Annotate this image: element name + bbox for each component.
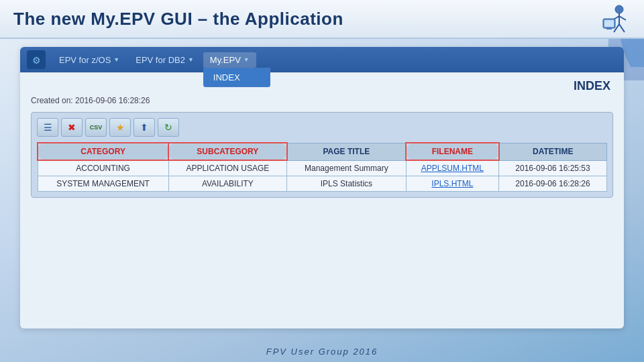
cell-category-2: SYSTEM MANAGEMENT bbox=[38, 176, 168, 192]
upload-toolbar-button[interactable]: ⬆ bbox=[133, 118, 155, 137]
index-label: INDEX bbox=[31, 79, 613, 93]
svg-line-5 bbox=[619, 24, 625, 32]
col-header-page-title: PAGE TITLE bbox=[287, 143, 407, 160]
svg-text:⚙: ⚙ bbox=[32, 55, 41, 66]
menu-toolbar-button[interactable]: ☰ bbox=[37, 118, 58, 137]
menu-icon: ☰ bbox=[44, 122, 52, 133]
svg-line-3 bbox=[619, 16, 626, 20]
close-icon: ✖ bbox=[68, 122, 76, 133]
upload-icon: ⬆ bbox=[140, 122, 148, 133]
cell-filename-2[interactable]: IPLS.HTML bbox=[406, 176, 498, 192]
svg-point-0 bbox=[615, 5, 623, 13]
nav-dropdown-menu: INDEX bbox=[203, 68, 270, 87]
close-toolbar-button[interactable]: ✖ bbox=[61, 118, 83, 137]
refresh-icon: ↻ bbox=[164, 122, 172, 133]
csv-icon: CSV bbox=[90, 124, 103, 131]
cell-filename-1[interactable]: APPLSUM.HTML bbox=[406, 160, 498, 176]
footer-text: FPV User Group 2016 bbox=[266, 347, 378, 357]
cell-datetime-1: 2016-09-06 16:25:53 bbox=[499, 160, 607, 176]
content-area: ⚙ EPV for z/OS ▼ EPV for DB2 ▼ My.EPV ▼ … bbox=[20, 47, 624, 328]
nav-logo-icon: ⚙ bbox=[27, 50, 46, 69]
col-header-filename: FILENAME bbox=[406, 143, 498, 160]
col-header-datetime: DATETIME bbox=[499, 143, 607, 160]
star-icon: ★ bbox=[116, 122, 125, 133]
cell-page-title-1: Management Summary bbox=[287, 160, 407, 176]
col-header-category: CATEGORY bbox=[38, 143, 168, 160]
nav-item-epv-zos[interactable]: EPV for z/OS ▼ bbox=[52, 52, 126, 68]
nav-item-epv-db2[interactable]: EPV for DB2 ▼ bbox=[129, 52, 201, 68]
header-bar: The new My.EPV GUI – the Application bbox=[0, 0, 644, 39]
svg-rect-8 bbox=[606, 28, 612, 29]
chevron-down-icon: ▼ bbox=[188, 56, 194, 63]
cell-datetime-2: 2016-09-06 16:28:26 bbox=[499, 176, 607, 192]
created-on-label: Created on: 2016-09-06 16:28:26 bbox=[31, 96, 613, 105]
cell-subcategory-2: AVAILABILITY bbox=[168, 176, 286, 192]
star-toolbar-button[interactable]: ★ bbox=[109, 118, 131, 137]
data-table: CATEGORY SUBCATEGORY PAGE TITLE FILENAME… bbox=[37, 142, 607, 192]
nav-item-myepv[interactable]: My.EPV ▼ bbox=[203, 52, 256, 68]
col-header-subcategory: SUBCATEGORY bbox=[168, 143, 286, 160]
svg-rect-7 bbox=[604, 20, 614, 27]
footer: FPV User Group 2016 bbox=[0, 347, 644, 357]
cell-page-title-2: IPLS Statistics bbox=[287, 176, 407, 192]
nav-dropdown-item-index[interactable]: INDEX bbox=[204, 68, 270, 86]
table-container: ☰ ✖ CSV ★ ⬆ ↻ bbox=[31, 112, 613, 198]
table-row: ACCOUNTING APPLICATION USAGE Management … bbox=[38, 160, 607, 176]
deco-figure-icon bbox=[594, 3, 631, 40]
toolbar: ☰ ✖ CSV ★ ⬆ ↻ bbox=[37, 118, 607, 137]
cell-subcategory-1: APPLICATION USAGE bbox=[168, 160, 286, 176]
table-row: SYSTEM MANAGEMENT AVAILABILITY IPLS Stat… bbox=[38, 176, 607, 192]
nav-dropdown-myepv: My.EPV ▼ INDEX bbox=[203, 52, 256, 68]
cell-category-1: ACCOUNTING bbox=[38, 160, 168, 176]
chevron-down-icon: ▼ bbox=[244, 56, 250, 63]
csv-toolbar-button[interactable]: CSV bbox=[85, 118, 107, 137]
refresh-toolbar-button[interactable]: ↻ bbox=[158, 118, 179, 137]
page-title: The new My.EPV GUI – the Application bbox=[13, 9, 343, 29]
chevron-down-icon: ▼ bbox=[113, 56, 119, 63]
sub-content: INDEX Created on: 2016-09-06 16:28:26 ☰ … bbox=[20, 72, 624, 204]
nav-bar: ⚙ EPV for z/OS ▼ EPV for DB2 ▼ My.EPV ▼ … bbox=[20, 47, 624, 72]
